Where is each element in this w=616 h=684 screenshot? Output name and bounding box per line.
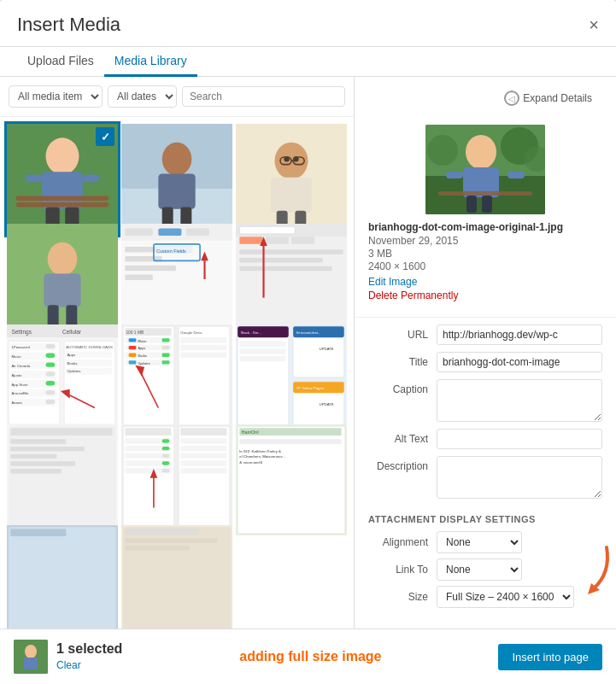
svg-text:100 1 MB: 100 1 MB bbox=[126, 330, 144, 335]
media-item[interactable] bbox=[7, 124, 118, 235]
svg-rect-122 bbox=[239, 341, 285, 347]
media-item[interactable]: Custom Fields bbox=[121, 224, 232, 335]
svg-rect-141 bbox=[10, 469, 62, 473]
svg-rect-186 bbox=[438, 191, 532, 196]
svg-text:AUTOMATIC DOWNLOADS: AUTOMATIC DOWNLOADS bbox=[66, 345, 113, 349]
svg-text:Updates: Updates bbox=[67, 369, 80, 373]
selected-info: 1 selected Clear bbox=[14, 640, 122, 674]
svg-rect-140 bbox=[10, 462, 75, 466]
svg-rect-161 bbox=[180, 453, 226, 459]
selected-text-group: 1 selected Clear bbox=[56, 641, 122, 672]
svg-rect-124 bbox=[239, 356, 285, 362]
svg-rect-160 bbox=[180, 446, 226, 452]
media-size: 3 MB bbox=[368, 248, 602, 260]
expand-arrow-icon: ◁ bbox=[504, 91, 519, 106]
svg-rect-5 bbox=[26, 175, 43, 183]
svg-point-189 bbox=[427, 135, 458, 166]
media-item[interactable] bbox=[121, 424, 232, 535]
media-preview bbox=[355, 116, 616, 221]
svg-text:UPDATE: UPDATE bbox=[320, 347, 334, 351]
svg-text:Updates: Updates bbox=[138, 361, 150, 365]
caption-row: Caption bbox=[368, 379, 602, 422]
svg-rect-102 bbox=[162, 346, 170, 349]
date-filter[interactable]: All dates bbox=[108, 85, 177, 108]
media-item[interactable] bbox=[121, 525, 232, 628]
caption-textarea[interactable] bbox=[437, 379, 602, 422]
url-input[interactable] bbox=[437, 324, 602, 345]
svg-rect-51 bbox=[239, 258, 323, 262]
media-item[interactable] bbox=[121, 124, 232, 235]
attachment-settings-title: ATTACHMENT DISPLAY SETTINGS bbox=[368, 514, 602, 524]
svg-rect-75 bbox=[46, 353, 56, 357]
selected-count: 1 selected bbox=[56, 641, 122, 657]
media-item[interactable]: Settings Cellular 1Password Music Air Ca… bbox=[7, 324, 118, 436]
size-row: Size Full Size – 2400 × 1600 bbox=[368, 586, 602, 608]
svg-text:Music: Music bbox=[138, 339, 147, 342]
svg-rect-38 bbox=[125, 275, 153, 281]
svg-rect-151 bbox=[162, 447, 170, 450]
media-item[interactable] bbox=[7, 424, 118, 535]
svg-point-1 bbox=[46, 137, 79, 174]
link-to-row: Link To None bbox=[368, 558, 602, 581]
svg-point-182 bbox=[466, 135, 496, 169]
svg-rect-173 bbox=[9, 527, 116, 628]
media-info: brianhogg-dot-com-image-original-1.jpg N… bbox=[355, 221, 616, 310]
svg-rect-6 bbox=[83, 175, 100, 183]
filter-bar: All media item All dates bbox=[0, 77, 354, 117]
svg-rect-48 bbox=[266, 237, 289, 245]
svg-rect-100 bbox=[129, 346, 137, 349]
size-label: Size bbox=[368, 591, 437, 603]
media-item[interactable] bbox=[236, 124, 347, 235]
media-type-filter[interactable]: All media item bbox=[9, 85, 103, 108]
media-item[interactable]: 100 1 MB Music Apps Books bbox=[121, 324, 232, 436]
size-select[interactable]: Full Size – 2400 × 1600 bbox=[437, 586, 574, 608]
media-item[interactable]: HamOnI le 022: Kathleen Farley & el Cham… bbox=[236, 424, 347, 535]
expand-details-button[interactable]: ◁ Expand Details bbox=[490, 84, 606, 113]
search-input[interactable] bbox=[182, 86, 345, 107]
tab-upload[interactable]: Upload Files bbox=[17, 47, 104, 77]
title-label: Title bbox=[368, 352, 437, 368]
modal-title: Insert Media bbox=[17, 14, 120, 46]
edit-image-link[interactable]: Edit Image bbox=[368, 276, 602, 288]
svg-text:el Chambers, Maisonneuv...: el Chambers, Maisonneuv... bbox=[239, 454, 285, 459]
alt-text-row: Alt Text bbox=[368, 429, 602, 449]
description-textarea[interactable] bbox=[437, 456, 602, 499]
svg-text:Music: Music bbox=[11, 354, 21, 359]
caption-label: Caption bbox=[368, 379, 437, 395]
svg-rect-78 bbox=[46, 381, 56, 385]
media-item[interactable] bbox=[236, 224, 347, 335]
svg-text:UPDATE: UPDATE bbox=[320, 402, 334, 406]
link-to-select[interactable]: None bbox=[437, 558, 522, 581]
alignment-select[interactable]: None bbox=[437, 531, 522, 553]
svg-text:YP Yellow Pages: YP Yellow Pages bbox=[296, 386, 324, 390]
svg-text:1Password: 1Password bbox=[11, 345, 30, 349]
selected-thumbnail bbox=[14, 640, 48, 674]
delete-permanently-link[interactable]: Delete Permanently bbox=[368, 289, 458, 301]
clear-selection-link[interactable]: Clear bbox=[56, 659, 81, 671]
svg-text:Settings: Settings bbox=[11, 329, 32, 336]
alt-text-input[interactable] bbox=[437, 429, 602, 449]
svg-rect-137 bbox=[10, 440, 66, 444]
media-item[interactable] bbox=[7, 525, 118, 628]
svg-rect-177 bbox=[125, 529, 199, 535]
svg-rect-178 bbox=[125, 538, 217, 542]
svg-text:Books: Books bbox=[67, 360, 77, 365]
tab-media-library[interactable]: Media Library bbox=[104, 47, 197, 77]
svg-rect-184 bbox=[466, 196, 477, 213]
insert-into-page-button[interactable]: Insert into page bbox=[498, 644, 602, 670]
svg-text:Apps: Apps bbox=[67, 353, 75, 357]
svg-rect-117 bbox=[180, 352, 226, 358]
svg-text:Apps: Apps bbox=[138, 347, 146, 350]
media-item[interactable] bbox=[7, 224, 118, 335]
modal-footer: 1 selected Clear adding full size image … bbox=[0, 628, 616, 684]
title-input[interactable] bbox=[437, 352, 602, 372]
close-button[interactable]: × bbox=[589, 15, 599, 45]
svg-rect-104 bbox=[129, 353, 137, 356]
svg-rect-37 bbox=[125, 266, 176, 272]
media-item[interactable]: Slack - Ser... UPDATE Semanaluhat... UPD… bbox=[236, 324, 347, 436]
svg-rect-50 bbox=[239, 250, 343, 254]
svg-rect-152 bbox=[162, 454, 170, 458]
svg-text:App Store: App Store bbox=[11, 382, 28, 386]
svg-rect-96 bbox=[129, 338, 137, 342]
svg-rect-12 bbox=[158, 174, 195, 209]
